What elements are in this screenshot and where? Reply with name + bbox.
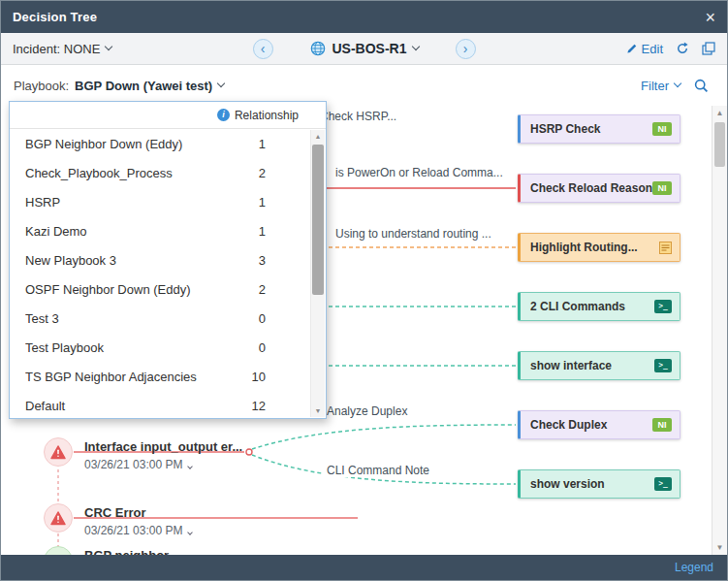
cli-icon: >_ bbox=[654, 477, 672, 491]
node-label: Highlight Routing... bbox=[530, 241, 659, 254]
dropdown-scrollbar[interactable]: ▲ ▼ bbox=[310, 130, 325, 417]
compare-windows-icon[interactable] bbox=[702, 42, 715, 55]
refresh-icon[interactable] bbox=[676, 42, 689, 55]
playbook-option[interactable]: TS BGP Neighbor Adjacencies10 bbox=[10, 362, 326, 391]
branch-label: Check HSRP... bbox=[317, 110, 399, 123]
playbook-option-name: OSPF Neighbor Down (Eddy) bbox=[25, 282, 237, 297]
dropdown-header: i Relationship bbox=[10, 102, 326, 129]
filter-label: Filter bbox=[641, 79, 669, 93]
playbook-option-count: 1 bbox=[237, 195, 266, 210]
playbook-option[interactable]: Default12 bbox=[10, 391, 326, 420]
node-label: Check Duplex bbox=[530, 418, 652, 432]
tree-node-check-reload-reason[interactable]: Check Reload Reason NI bbox=[518, 174, 681, 203]
playbook-selector[interactable]: BGP Down (Yawei test) bbox=[75, 79, 224, 93]
playbook-dropdown: i Relationship BGP Neighbor Down (Eddy)1… bbox=[9, 101, 327, 419]
playbook-option[interactable]: Kazi Demo1 bbox=[10, 216, 326, 245]
playbook-option[interactable]: BGP Neighbor Down (Eddy)1 bbox=[10, 129, 326, 158]
incident-title[interactable]: BGP neighbor... bbox=[84, 548, 178, 555]
playbook-option-count: 1 bbox=[237, 137, 266, 151]
branch-label: Using to understand routing ... bbox=[332, 227, 494, 241]
playbook-option-count: 2 bbox=[237, 282, 266, 297]
scroll-up-icon[interactable]: ▲ bbox=[712, 106, 727, 120]
tree-node-show-version[interactable]: show version >_ bbox=[518, 469, 681, 499]
scrollbar-thumb[interactable] bbox=[714, 122, 725, 167]
timestamp-text: 03/26/21 03:00 PM bbox=[84, 524, 182, 537]
prev-device-button[interactable]: ‹ bbox=[252, 39, 272, 59]
incident-timestamp[interactable]: 03/26/21 03:00 PM bbox=[84, 458, 192, 471]
edit-button[interactable]: Edit bbox=[626, 42, 663, 56]
playbook-option[interactable]: HSRP1 bbox=[10, 187, 326, 216]
incident-timestamp[interactable]: 03/26/21 03:00 PM bbox=[84, 524, 192, 537]
tree-node-hsrp-check[interactable]: HSRP Check NI bbox=[518, 114, 681, 144]
incident-selector[interactable]: Incident: NONE bbox=[13, 42, 111, 56]
playbook-option-count: 3 bbox=[237, 253, 266, 268]
info-icon[interactable]: i bbox=[217, 109, 230, 121]
relationship-header-label: Relationship bbox=[235, 109, 299, 122]
playbook-option[interactable]: Test 30 bbox=[10, 304, 326, 333]
filter-button[interactable]: Filter bbox=[641, 79, 681, 93]
playbook-option-name: New Playbook 3 bbox=[25, 253, 237, 268]
toolbar-actions: Edit bbox=[626, 42, 715, 56]
scroll-down-icon[interactable]: ▼ bbox=[712, 540, 727, 555]
cli-icon: >_ bbox=[654, 359, 672, 372]
warning-icon[interactable] bbox=[44, 437, 73, 467]
warning-icon[interactable] bbox=[44, 503, 73, 533]
legend-link[interactable]: Legend bbox=[675, 561, 713, 574]
next-device-button[interactable]: › bbox=[456, 39, 476, 59]
chevron-down-icon bbox=[105, 43, 112, 50]
ni-badge: NI bbox=[652, 122, 672, 136]
playbook-option-name: Test 3 bbox=[25, 311, 237, 326]
main-scrollbar[interactable]: ▲ ▼ bbox=[712, 106, 727, 555]
chevron-down-icon bbox=[217, 80, 225, 87]
chevron-down-icon bbox=[411, 43, 419, 50]
playbook-option-name: HSRP bbox=[25, 195, 237, 210]
incident-label: Incident: NONE bbox=[13, 42, 100, 56]
playbook-option[interactable]: New Playbook 33 bbox=[10, 245, 326, 274]
playbook-row: Playbook: BGP Down (Yawei test) Filter bbox=[1, 65, 727, 106]
decision-tree-window: Decision Tree × Incident: NONE ‹ US-BOS-… bbox=[0, 0, 728, 581]
body-area: Playbook: BGP Down (Yawei test) Filter bbox=[1, 65, 727, 555]
tree-node-2-cli-commands[interactable]: 2 CLI Commands >_ bbox=[518, 292, 681, 321]
playbook-option-name: TS BGP Neighbor Adjacencies bbox=[25, 370, 237, 384]
playbook-option[interactable]: Check_Playbook_Process2 bbox=[10, 158, 326, 187]
playbook-option-name: BGP Neighbor Down (Eddy) bbox=[25, 137, 237, 151]
branch-label: CLI Command Note bbox=[324, 464, 432, 477]
playbook-option[interactable]: Test Playbook0 bbox=[10, 333, 326, 362]
ni-badge: NI bbox=[652, 418, 672, 432]
playbook-option[interactable]: OSPF Neighbor Down (Eddy)2 bbox=[10, 274, 326, 304]
node-label: HSRP Check bbox=[530, 122, 652, 136]
incident-title[interactable]: CRC Error bbox=[84, 505, 146, 520]
playbook-value: BGP Down (Yawei test) bbox=[75, 79, 212, 93]
playbook-option-count: 0 bbox=[237, 311, 266, 326]
note-icon bbox=[659, 242, 672, 254]
edit-label: Edit bbox=[642, 42, 663, 56]
search-icon[interactable] bbox=[694, 79, 709, 93]
toolbar: Incident: NONE ‹ US-BOS-R1 › Edit bbox=[1, 33, 727, 65]
playbook-option-count: 1 bbox=[237, 224, 266, 239]
tree-node-show-interface[interactable]: show interface >_ bbox=[518, 351, 681, 380]
node-label: show interface bbox=[530, 359, 654, 372]
pencil-icon bbox=[626, 43, 638, 54]
playbook-option-name: Test Playbook bbox=[25, 340, 237, 355]
scrollbar-thumb[interactable] bbox=[312, 145, 324, 295]
scroll-up-icon[interactable]: ▲ bbox=[311, 130, 325, 143]
scroll-down-icon[interactable]: ▼ bbox=[311, 404, 325, 417]
playbook-option-count: 2 bbox=[237, 166, 266, 180]
title-bar: Decision Tree × bbox=[1, 1, 727, 33]
close-icon[interactable]: × bbox=[705, 9, 715, 26]
playbook-label: Playbook: bbox=[14, 79, 69, 93]
device-selector[interactable]: US-BOS-R1 bbox=[309, 41, 418, 56]
playbook-option-count: 12 bbox=[237, 399, 266, 413]
timestamp-text: 03/26/21 03:00 PM bbox=[84, 458, 182, 471]
playbook-option-name: Check_Playbook_Process bbox=[25, 166, 237, 180]
incident-title[interactable]: Interface input_output er... bbox=[84, 439, 242, 454]
chevron-down-icon bbox=[188, 530, 194, 535]
tree-node-check-duplex[interactable]: Check Duplex NI bbox=[518, 410, 681, 439]
window-title: Decision Tree bbox=[13, 10, 97, 24]
tree-node-highlight-routing[interactable]: Highlight Routing... bbox=[518, 233, 681, 262]
branch-label: Analyze Duplex bbox=[324, 404, 410, 418]
cli-icon: >_ bbox=[654, 300, 672, 313]
chevron-down-icon bbox=[674, 80, 681, 87]
node-label: 2 CLI Commands bbox=[530, 300, 654, 313]
playbook-option-name: Default bbox=[25, 399, 237, 413]
